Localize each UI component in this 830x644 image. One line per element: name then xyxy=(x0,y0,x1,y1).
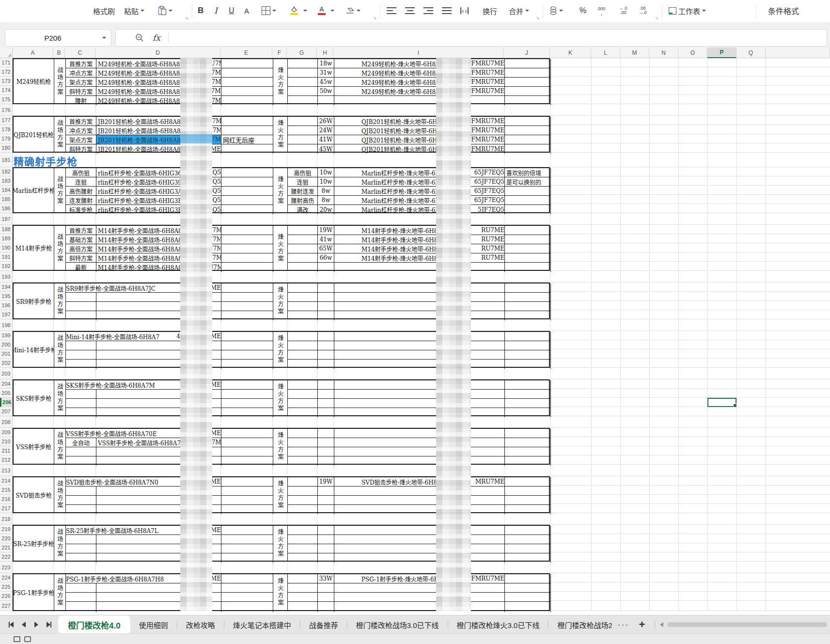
status-grid-icon[interactable] xyxy=(14,636,20,642)
note-cell[interactable] xyxy=(221,408,273,417)
plan-type-cell[interactable] xyxy=(66,293,96,302)
currency-format-button[interactable] xyxy=(549,3,563,18)
bonfire-plan-label[interactable]: 烽火方案 xyxy=(273,283,288,318)
bonfire-plan-type-cell[interactable] xyxy=(288,487,318,496)
plan-type-cell[interactable] xyxy=(66,535,96,544)
select-all-corner[interactable] xyxy=(0,47,13,58)
bonfire-plan-label[interactable]: 烽火方案 xyxy=(273,168,288,212)
plan-type-cell[interactable]: 连发腰射 xyxy=(66,196,96,205)
italic-button[interactable]: I xyxy=(214,3,218,18)
remark-cell[interactable]: 喜欢别的倍境 xyxy=(505,168,551,177)
column-header-K[interactable]: K xyxy=(550,47,591,58)
bonfire-code-cell[interactable]: M249轻机枪-烽火地带-6H8ABJI1PFMRU7ME xyxy=(334,78,505,87)
name-box[interactable]: P206 xyxy=(5,29,111,47)
bonfire-code-cell[interactable]: Marlin杠杆步枪-烽火地带-6HIH1O465JF7EQ5 xyxy=(334,196,505,205)
bonfire-code-cell[interactable]: Marlin杠杆步枪-烽火地带-6HIH1N065JF7EQ5 xyxy=(334,187,505,196)
row-header-225[interactable]: 225 xyxy=(0,582,13,592)
battlefield-plan-label[interactable]: 战场方案 xyxy=(54,59,66,103)
row-header-191[interactable]: 191 xyxy=(0,252,13,262)
weapon-name-cell[interactable]: Mini-14射手步枪 xyxy=(14,332,54,367)
note-cell[interactable] xyxy=(221,205,273,214)
price-cell[interactable]: 18w xyxy=(318,59,334,68)
remark-cell[interactable] xyxy=(505,59,551,68)
bonfire-plan-type-cell[interactable] xyxy=(288,117,318,126)
bonfire-plan-type-cell[interactable] xyxy=(288,496,318,505)
bonfire-plan-label[interactable]: 烽火方案 xyxy=(273,574,288,610)
plan-type-cell[interactable]: 首推方案 xyxy=(66,59,96,68)
note-cell[interactable] xyxy=(221,59,273,68)
note-cell[interactable] xyxy=(221,544,273,553)
bonfire-plan-type-cell[interactable] xyxy=(288,135,318,144)
row-header-216[interactable]: 216 xyxy=(0,495,13,504)
bonfire-code-cell[interactable]: Marlin杠杆步枪-烽火地带-6HIH1JC65JF7EQ5 xyxy=(334,168,505,177)
sheet-tab-烽火笔记本搭建中[interactable]: 烽火笔记本搭建中 xyxy=(224,615,300,634)
remark-cell[interactable] xyxy=(505,429,551,438)
bonfire-plan-type-cell[interactable] xyxy=(288,438,318,447)
row-header-189[interactable]: 189 xyxy=(0,234,13,243)
bonfire-plan-type-cell[interactable] xyxy=(288,535,318,544)
remark-cell[interactable] xyxy=(505,447,551,456)
last-sheet-button[interactable] xyxy=(43,618,55,631)
bonfire-code-cell[interactable]: M249轻机枪-烽火地带-6H8ABI1PFMRU7ME xyxy=(334,59,505,68)
paste-button[interactable]: 粘贴 xyxy=(124,3,144,18)
row-header-206[interactable]: 206 xyxy=(0,398,13,407)
plan-type-cell[interactable] xyxy=(66,593,96,602)
bonfire-plan-type-cell[interactable] xyxy=(288,583,318,593)
note-cell[interactable] xyxy=(221,78,273,87)
plan-type-cell[interactable]: 高倍方案 xyxy=(66,244,96,253)
note-cell[interactable] xyxy=(221,168,273,177)
dialog-launcher-icon[interactable]: ↘ xyxy=(536,16,540,20)
battlefield-plan-label[interactable]: 战场方案 xyxy=(54,332,66,367)
price-cell[interactable]: 24W xyxy=(318,126,334,135)
first-sheet-button[interactable] xyxy=(5,618,17,631)
bonfire-plan-type-cell[interactable] xyxy=(288,78,318,87)
row-header-197[interactable]: 197 xyxy=(0,310,13,319)
column-header-F[interactable]: F xyxy=(272,47,287,58)
bonfire-plan-type-cell[interactable] xyxy=(288,341,318,350)
note-cell[interactable] xyxy=(221,429,273,438)
price-cell[interactable] xyxy=(318,505,334,514)
column-header-H[interactable]: H xyxy=(317,47,333,58)
price-cell[interactable] xyxy=(318,544,334,553)
note-cell[interactable] xyxy=(221,332,273,341)
add-sheet-button[interactable]: + xyxy=(634,618,650,631)
font-color-button[interactable]: A xyxy=(318,3,326,18)
row-header-194[interactable]: 194 xyxy=(0,283,13,292)
bonfire-code-cell[interactable]: M14射手步枪-烽火地带-6H8AC3C020RU7ME xyxy=(334,244,505,253)
column-header-N[interactable]: N xyxy=(649,47,678,58)
note-cell[interactable] xyxy=(221,583,273,593)
plan-type-cell[interactable] xyxy=(66,399,96,408)
bonfire-code-cell[interactable] xyxy=(334,505,505,514)
bonfire-plan-type-cell[interactable] xyxy=(288,544,318,553)
eraser-button[interactable] xyxy=(345,3,360,18)
note-cell[interactable] xyxy=(221,535,273,544)
bonfire-plan-label[interactable]: 烽火方案 xyxy=(273,59,288,103)
remark-cell[interactable] xyxy=(505,487,551,496)
price-cell[interactable]: 10w xyxy=(318,168,334,177)
bonfire-plan-type-cell[interactable] xyxy=(288,87,318,96)
note-cell[interactable] xyxy=(221,177,273,187)
bonfire-code-cell[interactable]: M249轻机枪-烽火地带-6H8ABK4PFMRU7ME xyxy=(334,87,505,96)
bonfire-code-cell[interactable] xyxy=(334,544,505,553)
dialog-launcher-icon[interactable]: ↘ xyxy=(185,16,189,20)
price-cell[interactable] xyxy=(318,293,334,302)
battlefield-plan-label[interactable]: 战场方案 xyxy=(54,283,66,318)
bonfire-plan-type-cell[interactable] xyxy=(288,302,318,311)
remark-cell[interactable] xyxy=(505,574,551,583)
bold-button[interactable]: B xyxy=(198,3,204,18)
remark-cell[interactable] xyxy=(505,496,551,505)
price-cell[interactable]: 66w xyxy=(318,253,334,263)
row-header-222[interactable]: 222 xyxy=(0,552,13,562)
bonfire-plan-type-cell[interactable] xyxy=(288,399,318,408)
bonfire-plan-type-cell[interactable] xyxy=(288,263,318,272)
price-cell[interactable] xyxy=(318,399,334,408)
note-cell[interactable] xyxy=(221,96,273,105)
row-header-185[interactable]: 185 xyxy=(0,195,13,204)
row-header-204[interactable]: 204 xyxy=(0,379,13,389)
bonfire-plan-type-cell[interactable] xyxy=(288,283,318,293)
price-cell[interactable] xyxy=(318,456,334,466)
battlefield-plan-label[interactable]: 战场方案 xyxy=(54,168,66,212)
note-cell[interactable] xyxy=(221,447,273,456)
bonfire-code-cell[interactable] xyxy=(334,283,505,293)
plan-type-cell[interactable] xyxy=(66,553,96,563)
